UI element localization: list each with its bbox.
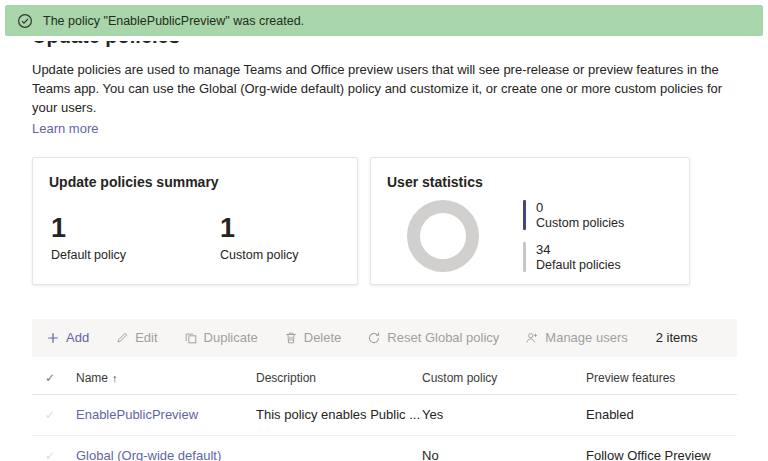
page-title: Update policies	[32, 41, 768, 48]
custom-policies-value: 0	[536, 200, 624, 215]
row-check-icon[interactable]: ✓	[32, 408, 76, 422]
reset-global-policy-button[interactable]: Reset Global policy	[367, 330, 499, 345]
legend-item-custom-policies: 0 Custom policies	[523, 200, 624, 230]
policy-link[interactable]: EnablePublicPreview	[76, 407, 198, 422]
reset-icon	[367, 331, 381, 345]
custom-policy-stat: 1 Custom policy	[220, 214, 299, 263]
copy-icon	[184, 331, 198, 345]
duplicate-button-label: Duplicate	[204, 330, 258, 345]
policies-table: ✓ Name↑ Description Custom policy Previe…	[32, 363, 737, 461]
custom-policies-label: Custom policies	[536, 216, 624, 230]
user-statistics-legend: 0 Custom policies 34 Default policies	[523, 200, 624, 272]
table-row[interactable]: ✓ EnablePublicPreview This policy enable…	[32, 395, 737, 436]
policy-preview-cell: Enabled	[586, 407, 737, 422]
table-header-row: ✓ Name↑ Description Custom policy Previe…	[32, 363, 737, 395]
learn-more-link[interactable]: Learn more	[32, 121, 98, 136]
policy-name-cell: EnablePublicPreview	[76, 407, 256, 422]
default-policies-color-bar	[523, 242, 526, 272]
summary-card-title: Update policies summary	[49, 174, 341, 190]
column-header-description[interactable]: Description	[256, 371, 422, 385]
people-icon	[525, 331, 539, 345]
default-policy-count: 1	[51, 214, 126, 244]
custom-policies-color-bar	[523, 200, 526, 230]
trash-icon	[284, 331, 298, 345]
update-policies-summary-card: Update policies summary 1 Default policy…	[32, 157, 358, 285]
page-title-clip: Update policies	[32, 41, 768, 52]
pencil-icon	[115, 331, 129, 345]
policy-custom-cell: No	[422, 448, 586, 461]
default-policy-label: Default policy	[51, 248, 126, 262]
policy-custom-cell: Yes	[422, 407, 586, 422]
row-check-icon[interactable]: ✓	[32, 449, 76, 461]
page-description: Update policies are used to manage Teams…	[32, 61, 728, 118]
cards-row: Update policies summary 1 Default policy…	[32, 157, 768, 285]
duplicate-button[interactable]: Duplicate	[184, 330, 258, 345]
sort-ascending-icon: ↑	[112, 372, 118, 384]
manage-users-label: Manage users	[545, 330, 627, 345]
column-header-preview-features[interactable]: Preview features	[586, 371, 737, 385]
user-statistics-title: User statistics	[387, 174, 673, 190]
table-toolbar: Add Edit Duplicate Delete Reset Global p…	[32, 319, 737, 357]
default-policies-value: 34	[536, 242, 621, 257]
add-button[interactable]: Add	[46, 330, 89, 345]
policy-description-cell: This policy enables Public ...	[256, 407, 422, 422]
items-count: 2 items	[656, 330, 698, 345]
header-check-icon[interactable]: ✓	[32, 371, 76, 385]
default-policy-stat: 1 Default policy	[51, 214, 126, 263]
default-policies-label: Default policies	[536, 258, 621, 272]
edit-button-label: Edit	[135, 330, 157, 345]
plus-icon	[46, 331, 60, 345]
manage-users-button[interactable]: Manage users	[525, 330, 627, 345]
column-header-name[interactable]: Name↑	[76, 371, 256, 385]
user-statistics-card: User statistics 0 Custom policies 34 Def…	[370, 157, 690, 285]
policy-preview-cell: Follow Office Preview	[586, 448, 737, 461]
success-check-icon	[17, 13, 33, 29]
reset-global-policy-label: Reset Global policy	[387, 330, 499, 345]
delete-button[interactable]: Delete	[284, 330, 342, 345]
success-banner: The policy "EnablePublicPreview" was cre…	[5, 5, 763, 36]
user-statistics-donut-chart	[407, 200, 479, 272]
column-header-custom-policy[interactable]: Custom policy	[422, 371, 586, 385]
legend-item-default-policies: 34 Default policies	[523, 242, 624, 272]
table-row[interactable]: ✓ Global (Org-wide default) No Follow Of…	[32, 436, 737, 461]
banner-message: The policy "EnablePublicPreview" was cre…	[43, 14, 304, 28]
custom-policy-label: Custom policy	[220, 248, 299, 262]
edit-button[interactable]: Edit	[115, 330, 157, 345]
delete-button-label: Delete	[304, 330, 342, 345]
user-statistics-body: 0 Custom policies 34 Default policies	[387, 200, 673, 272]
add-button-label: Add	[66, 330, 89, 345]
summary-card-stats: 1 Default policy 1 Custom policy	[51, 214, 341, 263]
policy-link[interactable]: Global (Org-wide default)	[76, 448, 221, 461]
custom-policy-count: 1	[220, 214, 299, 244]
policy-name-cell: Global (Org-wide default)	[76, 448, 256, 461]
